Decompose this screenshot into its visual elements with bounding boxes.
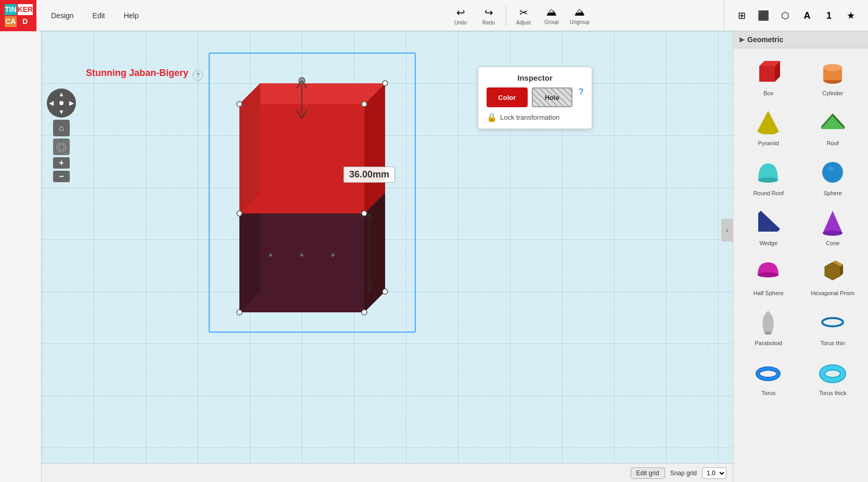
- measurement-unit: mm: [373, 169, 389, 180]
- svg-point-31: [331, 253, 335, 257]
- svg-marker-54: [758, 211, 780, 232]
- ungroup-icon: ⛰: [575, 6, 585, 18]
- lock-transform-label: Lock transformation: [500, 113, 559, 121]
- menu-design[interactable]: Design: [47, 9, 78, 22]
- shape-item-wedge[interactable]: Wedge: [737, 202, 800, 250]
- snap-grid-select[interactable]: 1.0 0.5 0.1 2.0 5.0: [702, 467, 726, 479]
- round-roof-shape-icon: [753, 157, 784, 188]
- paraboloid-shape-icon: [753, 307, 784, 338]
- adjust-label: Adjust: [516, 20, 531, 26]
- redo-button[interactable]: ↪ Redo: [476, 4, 502, 27]
- undo-button[interactable]: ↩ Undo: [448, 4, 474, 27]
- ungroup-button[interactable]: ⛰ Ungroup: [567, 4, 593, 27]
- bottom-bar: Edit grid Snap grid 1.0 0.5 0.1 2.0 5.0: [42, 463, 733, 482]
- hole-button[interactable]: Hole: [532, 87, 573, 107]
- project-help-button[interactable]: ?: [193, 70, 203, 81]
- svg-point-42: [823, 64, 842, 71]
- svg-marker-12: [239, 83, 385, 104]
- measurement-value: 36.00: [349, 169, 373, 180]
- cube-view-button[interactable]: ⬛: [754, 6, 773, 25]
- torus-thin-shape-label: Torus thin: [820, 340, 845, 346]
- wedge-shape-icon: [753, 207, 784, 238]
- svg-marker-9: [364, 193, 385, 312]
- sidebar-collapse-button[interactable]: ›: [721, 219, 733, 242]
- group-icon: ⛰: [546, 6, 557, 18]
- shape-item-roof[interactable]: Roof: [802, 103, 864, 150]
- shape-item-paraboloid[interactable]: Paraboloid: [737, 302, 800, 350]
- view-cube[interactable]: [53, 138, 70, 155]
- lock-transform-toggle[interactable]: 🔒 Lock transformation: [487, 112, 583, 122]
- measurement-label: 36.00mm: [343, 167, 395, 183]
- zoom-in-button[interactable]: +: [53, 157, 70, 169]
- svg-marker-37: [759, 66, 775, 82]
- pan-control[interactable]: ▲ ▼ ◀ ▶: [47, 88, 76, 118]
- shape-item-torus-thick[interactable]: Torus thick: [802, 352, 864, 400]
- logo[interactable]: TIN KER CA D: [0, 0, 36, 31]
- logo-tin: TIN: [5, 4, 17, 15]
- sphere-shape-icon: [817, 157, 848, 188]
- menu-help[interactable]: Help: [120, 9, 143, 22]
- svg-point-22: [382, 81, 388, 86]
- svg-point-30: [300, 253, 303, 257]
- zoom-out-button[interactable]: −: [53, 171, 70, 182]
- inspector-help-button[interactable]: ?: [579, 87, 583, 107]
- snap-grid-label: Snap grid: [670, 470, 697, 477]
- adjust-button[interactable]: ✂ Adjust: [510, 4, 537, 27]
- svg-point-20: [237, 102, 242, 107]
- topbar: TIN KER CA D Design Edit Help ↩ Undo ↪ R…: [0, 0, 868, 31]
- sidebar-header: ▶ Geometric: [733, 31, 868, 48]
- svg-point-16: [362, 310, 367, 315]
- pan-left[interactable]: ◀: [49, 99, 54, 107]
- shape-item-pyramid[interactable]: Pyramid: [737, 103, 800, 150]
- sidebar-header-label: Geometric: [747, 35, 783, 44]
- 3d-box-svg: [208, 52, 416, 333]
- cone-shape-icon: [817, 207, 848, 238]
- pan-down[interactable]: ▼: [58, 108, 65, 116]
- roof-shape-label: Roof: [827, 140, 839, 146]
- pan-up[interactable]: ▲: [58, 91, 65, 98]
- svg-point-62: [764, 332, 772, 335]
- shape-button[interactable]: ⬡: [776, 6, 795, 25]
- cone-shape-label: Cone: [826, 240, 839, 246]
- shape-item-hexagonal-prism[interactable]: Hexagonal Prism: [802, 252, 864, 300]
- shape-item-box[interactable]: Box: [737, 53, 800, 100]
- left-toolbar: [0, 31, 42, 482]
- group-button[interactable]: ⛰ Group: [539, 4, 565, 27]
- home-button[interactable]: ⌂: [53, 120, 70, 136]
- shape-item-cylinder[interactable]: Cylinder: [802, 53, 864, 100]
- sphere-shape-label: Sphere: [824, 190, 842, 196]
- menu-edit[interactable]: Edit: [88, 9, 109, 22]
- star-button[interactable]: ★: [841, 6, 860, 25]
- svg-point-19: [362, 211, 367, 216]
- shape-item-torus[interactable]: Torus: [737, 352, 800, 400]
- svg-point-64: [822, 318, 843, 326]
- torus-shape-label: Torus: [761, 390, 775, 396]
- redo-icon: ↪: [484, 6, 493, 19]
- inspector-buttons: Color Hole ?: [487, 87, 583, 107]
- shapes-grid: Box Cylinder Pyramid: [733, 48, 868, 404]
- adjust-icon: ✂: [519, 6, 528, 19]
- shape-item-cone[interactable]: Cone: [802, 202, 864, 250]
- pyramid-shape-label: Pyramid: [758, 140, 779, 146]
- torus-thick-shape-label: Torus thick: [819, 390, 847, 396]
- shape-item-half-sphere[interactable]: Half Sphere: [737, 252, 800, 300]
- edit-grid-button[interactable]: Edit grid: [631, 467, 665, 479]
- cylinder-shape-icon: [817, 57, 848, 88]
- shape-item-sphere[interactable]: Sphere: [802, 153, 864, 200]
- undo-icon: ↩: [456, 6, 465, 19]
- canvas[interactable]: Stunning Jaban-Bigery ? ▲ ▼ ◀ ▶ ⌂ + −: [42, 31, 733, 482]
- number-button[interactable]: 1: [820, 6, 838, 25]
- svg-marker-44: [757, 111, 779, 134]
- redo-label: Redo: [482, 20, 495, 26]
- box-shape-label: Box: [763, 90, 773, 96]
- svg-point-18: [237, 211, 242, 216]
- grid-view-button[interactable]: ⊞: [732, 6, 751, 25]
- pan-right[interactable]: ▶: [69, 99, 74, 107]
- shape-item-round-roof[interactable]: Round Roof: [737, 153, 800, 200]
- color-button[interactable]: Color: [487, 87, 528, 107]
- font-button[interactable]: A: [798, 6, 816, 25]
- shape-item-torus-thin[interactable]: Torus thin: [802, 302, 864, 350]
- lock-icon: 🔒: [487, 112, 497, 122]
- box-shape-icon: [753, 57, 784, 88]
- svg-point-17: [382, 289, 388, 294]
